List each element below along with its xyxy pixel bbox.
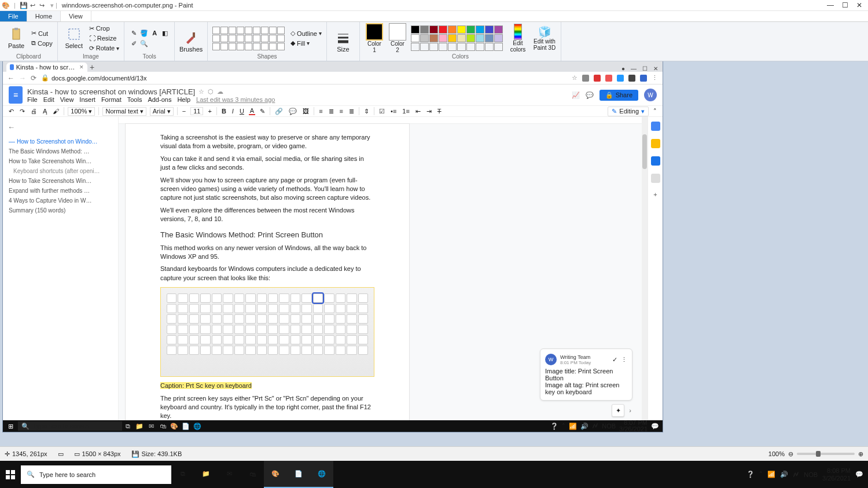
picker-tool[interactable]: ✐: [129, 39, 138, 48]
url-field[interactable]: 🔒 docs.google.com/document/d/13x: [41, 74, 147, 82]
select-button[interactable]: Select: [62, 27, 86, 49]
text-tool[interactable]: A: [150, 28, 159, 38]
color-swatch[interactable]: [429, 34, 438, 42]
notifications-icon[interactable]: 💬: [855, 471, 863, 478]
browser-maximize-button[interactable]: ☐: [642, 65, 648, 72]
bullets-icon[interactable]: •≡: [389, 108, 398, 115]
align-center-icon[interactable]: ≣: [328, 108, 335, 115]
highlight-button[interactable]: ✎: [259, 108, 266, 115]
outline-item[interactable]: Keyboard shortcuts (after openi…: [8, 166, 113, 176]
shape-fill-button[interactable]: ◆Fill ▾: [290, 39, 322, 47]
star-doc-icon[interactable]: ☆: [198, 88, 204, 96]
fill-tool[interactable]: 🪣: [139, 28, 149, 38]
menu-edit[interactable]: Edit: [43, 96, 54, 103]
color-swatch[interactable]: [476, 34, 484, 42]
inner-wifi-icon[interactable]: 📶: [569, 423, 577, 430]
undo-icon[interactable]: ↩: [30, 2, 36, 9]
browser-close-button[interactable]: ✕: [653, 65, 658, 72]
contacts-addon-icon[interactable]: [651, 174, 660, 183]
crop-button[interactable]: ✂Crop: [89, 24, 119, 33]
chrome-icon[interactable]: 🌐: [310, 461, 333, 488]
paint-format-icon[interactable]: 🖌: [52, 108, 60, 115]
file-explorer-icon[interactable]: 📁: [194, 461, 218, 488]
scrollbar[interactable]: [642, 117, 648, 420]
line-spacing-icon[interactable]: ⇕: [363, 108, 370, 115]
menu-help[interactable]: Help: [177, 96, 190, 103]
color2-button[interactable]: Color 2: [388, 23, 407, 53]
help-icon[interactable]: ❔: [746, 471, 755, 478]
canvas-area[interactable]: Kinsta - how to screenshot on w ✕ + ● — …: [0, 61, 868, 446]
shapes-gallery[interactable]: [212, 27, 285, 50]
rotate-button[interactable]: ⟳Rotate ▾: [89, 44, 119, 53]
color1-button[interactable]: Color 1: [365, 23, 384, 53]
color-swatch[interactable]: [457, 25, 466, 34]
text-color-button[interactable]: A: [249, 107, 255, 115]
menu-format[interactable]: Format: [101, 96, 122, 103]
palette-row-custom[interactable]: [411, 43, 503, 51]
inner-chrome-icon[interactable]: 🌐: [192, 421, 203, 431]
keep-addon-icon[interactable]: [651, 139, 660, 148]
bold-button[interactable]: B: [220, 108, 227, 115]
copy-button[interactable]: ⧉Copy: [31, 39, 53, 47]
italic-button[interactable]: I: [231, 108, 235, 115]
language-indicator[interactable]: NOB: [804, 471, 818, 478]
extension-icon[interactable]: [640, 75, 647, 82]
mail-icon[interactable]: ✉: [218, 461, 241, 488]
extension-icon[interactable]: [582, 75, 589, 82]
chevron-up-icon[interactable]: ˄: [759, 471, 763, 478]
font-select[interactable]: Arial▾: [150, 107, 174, 116]
task-view-button[interactable]: ⧉: [171, 461, 194, 488]
inner-chevron-up-icon[interactable]: ˄: [562, 423, 565, 430]
tab-close-icon[interactable]: ✕: [79, 64, 84, 70]
inner-clock[interactable]: 8:07 PM3/26/2021: [619, 420, 648, 432]
add-addon-icon[interactable]: +: [653, 191, 657, 198]
clear-format-icon[interactable]: T: [436, 108, 443, 115]
zoom-in-button[interactable]: ⊕: [858, 450, 863, 458]
inner-notifications-icon[interactable]: 💬: [651, 423, 659, 430]
color-swatch[interactable]: [448, 25, 457, 34]
browser-minimize-button[interactable]: —: [631, 65, 637, 72]
browser-tab[interactable]: Kinsta - how to screenshot on w ✕: [6, 63, 87, 72]
inner-store-icon[interactable]: 🛍: [157, 421, 168, 431]
share-button[interactable]: 🔒Share: [599, 90, 638, 101]
outline-back-icon[interactable]: ←: [8, 123, 113, 131]
print-icon[interactable]: 🖨: [30, 108, 38, 115]
calendar-addon-icon[interactable]: [651, 122, 660, 131]
color-swatch[interactable]: [420, 34, 429, 42]
forward-icon[interactable]: →: [19, 74, 26, 82]
collapse-toolbar-icon[interactable]: ˄: [652, 108, 658, 115]
inner-search-box[interactable]: 🔍Type here to search: [18, 421, 122, 431]
style-select[interactable]: Normal text▾: [102, 107, 146, 116]
activity-icon[interactable]: 📈: [572, 91, 580, 99]
extension-icon[interactable]: [594, 75, 601, 82]
inner-battery-icon[interactable]: 🗲: [592, 423, 598, 430]
save-icon[interactable]: 💾: [20, 2, 27, 9]
color-swatch[interactable]: [466, 25, 475, 34]
inner-explorer-icon[interactable]: 📁: [134, 421, 145, 431]
notepad-icon[interactable]: 📄: [287, 461, 310, 488]
browser-present-icon[interactable]: ●: [621, 65, 625, 72]
menu-insert[interactable]: Insert: [79, 96, 95, 103]
menu-tools[interactable]: Tools: [127, 96, 142, 103]
account-avatar[interactable]: W: [644, 89, 657, 101]
minimize-button[interactable]: —: [827, 1, 834, 9]
outline-item[interactable]: The Basic Windows Method: …: [8, 146, 113, 156]
ruler[interactable]: [119, 117, 648, 124]
inner-mail-icon[interactable]: ✉: [145, 421, 157, 431]
shape-outline-button[interactable]: ◇Outline ▾: [290, 29, 322, 38]
outdent-icon[interactable]: ⇤: [414, 108, 422, 115]
comment-add-icon[interactable]: 💬: [288, 108, 298, 115]
eraser-tool[interactable]: ◧: [160, 28, 170, 38]
docs-logo-icon[interactable]: ≡: [9, 86, 23, 104]
comment-menu-icon[interactable]: ⋮: [621, 356, 627, 364]
inner-notepad-icon[interactable]: 📄: [180, 421, 192, 431]
numbered-icon[interactable]: 1≡: [401, 108, 411, 115]
outline-item[interactable]: Expand with further methods …: [8, 186, 113, 196]
color-swatch[interactable]: [494, 34, 503, 42]
new-tab-button[interactable]: +: [87, 63, 97, 72]
volume-icon[interactable]: 🔊: [780, 471, 788, 478]
extension-icon[interactable]: [628, 75, 635, 82]
paint3d-button[interactable]: 🧊 Edit with Paint 3D: [533, 25, 556, 51]
inner-start-button[interactable]: ⊞: [3, 423, 18, 430]
outline-item[interactable]: 4 Ways to Capture Video in W…: [8, 196, 113, 206]
